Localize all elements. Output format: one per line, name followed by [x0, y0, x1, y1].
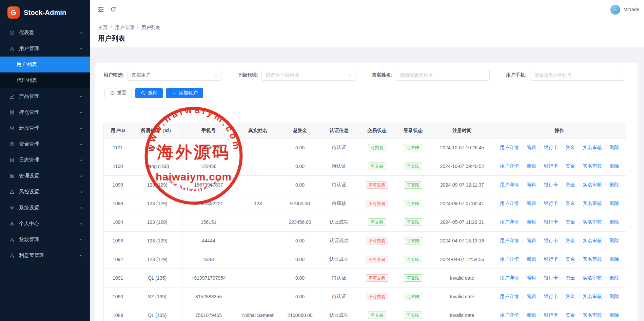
table-row: 1098 123 (129) 18692492221 123 97000.00 …: [104, 194, 626, 213]
funds-link[interactable]: 资金: [558, 256, 575, 262]
funds-link[interactable]: 资金: [558, 145, 575, 150]
edit-link[interactable]: 编辑: [519, 312, 536, 318]
breadcrumb-user-management[interactable]: 用户管理: [115, 25, 141, 30]
user-detail-link[interactable]: 用户详情: [500, 256, 519, 262]
edit-link[interactable]: 编辑: [519, 219, 536, 224]
delete-link[interactable]: 删除: [602, 145, 619, 150]
add-account-button[interactable]: 添加账户: [166, 88, 203, 98]
table-row: 1100 wang (160) 123456 0.00 待认证 可交易 可登陆 …: [104, 157, 626, 176]
reset-button[interactable]: 重置: [104, 88, 132, 98]
delete-link[interactable]: 删除: [602, 182, 619, 187]
user-detail-link[interactable]: 用户详情: [500, 312, 519, 318]
edit-link[interactable]: 编辑: [519, 163, 536, 169]
sidebar-item-risk-settings[interactable]: 风控设置: [0, 184, 90, 200]
sidebar-item-user-list[interactable]: 用户列表: [0, 57, 90, 72]
page-header: 主页用户管理用户列表 用户列表: [90, 19, 644, 47]
sidebar-item-loan-management[interactable]: 贷款管理: [0, 232, 90, 248]
edit-link[interactable]: 编辑: [519, 200, 536, 206]
sidebar-item-agent-list[interactable]: 代理列表: [0, 72, 90, 88]
user-detail-link[interactable]: 用户详情: [500, 238, 519, 243]
login-status-badge: 可登陆: [404, 144, 422, 151]
edit-link[interactable]: 编辑: [519, 294, 536, 299]
sidebar-item-system-settings[interactable]: 系统设置: [0, 200, 90, 216]
delete-link[interactable]: 删除: [602, 163, 619, 169]
bank-card-link[interactable]: 银行卡: [536, 256, 558, 262]
sidebar-item-product-management[interactable]: 产品管理: [0, 88, 90, 104]
user-phone-input[interactable]: [530, 70, 624, 81]
breadcrumb-current: 用户列表: [141, 25, 160, 30]
query-button[interactable]: 查询: [135, 88, 163, 98]
sidebar-item-log-management[interactable]: 日志管理: [0, 152, 90, 168]
user-detail-link[interactable]: 用户详情: [500, 145, 519, 150]
bank-card-link[interactable]: 银行卡: [536, 219, 558, 224]
funds-link[interactable]: 资金: [558, 312, 575, 318]
user-detail-link[interactable]: 用户详情: [500, 200, 519, 206]
edit-link[interactable]: 编辑: [519, 238, 536, 243]
sidebar-item-personal-center[interactable]: 个人中心: [0, 216, 90, 232]
funds-link[interactable]: 资金: [558, 200, 575, 206]
user-detail-link[interactable]: 用户详情: [500, 163, 519, 169]
real-name-audit-link[interactable]: 实名审核: [575, 163, 602, 169]
user-detail-link[interactable]: 用户详情: [500, 294, 519, 299]
delete-link[interactable]: 删除: [602, 294, 619, 299]
sidebar-item-new-stock-management[interactable]: 新股管理: [0, 120, 90, 136]
bank-card-link[interactable]: 银行卡: [536, 200, 558, 206]
cell-trade-status: 不可交易: [359, 194, 395, 213]
delete-link[interactable]: 删除: [602, 256, 619, 262]
real-name-audit-link[interactable]: 实名审核: [575, 238, 602, 243]
cell-real-name: [235, 287, 281, 306]
menu-collapse-icon[interactable]: [97, 6, 104, 13]
real-name-audit-link[interactable]: 实名审核: [575, 275, 602, 280]
trade-status-badge: 不可交易: [366, 237, 388, 244]
user-detail-link[interactable]: 用户详情: [500, 219, 519, 224]
cell-register-time: 2024-09-07 12:11:37: [431, 176, 493, 194]
sidebar-item-dashboard[interactable]: 仪表盘: [0, 25, 90, 41]
login-status-badge: 可登陆: [404, 237, 422, 244]
real-name-audit-link[interactable]: 实名审核: [575, 312, 602, 318]
funds-link[interactable]: 资金: [558, 163, 575, 169]
sidebar-item-user-management[interactable]: 用户管理: [0, 41, 90, 57]
edit-link[interactable]: 编辑: [519, 256, 536, 262]
sidebar-item-position-management[interactable]: 持仓管理: [0, 104, 90, 120]
user-filter-select[interactable]: 真实用户: [128, 70, 221, 81]
real-name-audit-link[interactable]: 实名审核: [575, 200, 602, 206]
delete-link[interactable]: 删除: [602, 312, 619, 318]
bank-card-link[interactable]: 银行卡: [536, 294, 558, 299]
bank-card-link[interactable]: 银行卡: [536, 238, 558, 243]
funds-link[interactable]: 资金: [558, 182, 575, 187]
sidebar-item-interest-management[interactable]: 利息宝管理: [0, 248, 90, 263]
sidebar-item-admin-settings[interactable]: 管理设置: [0, 168, 90, 184]
user-phone-label: 用户手机:: [506, 72, 527, 78]
delete-link[interactable]: 删除: [602, 238, 619, 243]
real-name-input[interactable]: [396, 70, 490, 81]
user-detail-link[interactable]: 用户详情: [500, 275, 519, 280]
delete-link[interactable]: 删除: [602, 219, 619, 224]
funds-link[interactable]: 资金: [558, 294, 575, 299]
cell-actions: 用户详情编辑银行卡资金实名审核删除: [493, 269, 626, 287]
bank-card-link[interactable]: 银行卡: [536, 163, 558, 169]
user-detail-link[interactable]: 用户详情: [500, 182, 519, 187]
real-name-audit-link[interactable]: 实名审核: [575, 145, 602, 150]
edit-link[interactable]: 编辑: [519, 182, 536, 187]
sub-agent-select[interactable]: 请选择下级代理: [261, 70, 355, 81]
bank-card-link[interactable]: 银行卡: [536, 312, 558, 318]
real-name-audit-link[interactable]: 实名审核: [575, 182, 602, 187]
funds-link[interactable]: 资金: [558, 275, 575, 280]
delete-link[interactable]: 删除: [602, 200, 619, 206]
delete-link[interactable]: 删除: [602, 275, 619, 280]
funds-link[interactable]: 资金: [558, 238, 575, 243]
real-name-audit-link[interactable]: 实名审核: [575, 219, 602, 224]
bank-card-link[interactable]: 银行卡: [536, 182, 558, 187]
edit-link[interactable]: 编辑: [519, 145, 536, 150]
refresh-icon[interactable]: [110, 6, 117, 13]
real-name-audit-link[interactable]: 实名审核: [575, 294, 602, 299]
breadcrumb-home[interactable]: 主页: [98, 25, 115, 30]
bank-card-link[interactable]: 银行卡: [536, 275, 558, 280]
sidebar-item-funds-management[interactable]: 资金管理: [0, 136, 90, 152]
edit-link[interactable]: 编辑: [519, 275, 536, 280]
cell-agent: SZ (139): [132, 287, 182, 306]
real-name-audit-link[interactable]: 实名审核: [575, 256, 602, 262]
funds-link[interactable]: 资金: [558, 219, 575, 224]
bank-card-link[interactable]: 银行卡: [536, 145, 558, 150]
user-menu[interactable]: Mitrade: [610, 5, 639, 15]
